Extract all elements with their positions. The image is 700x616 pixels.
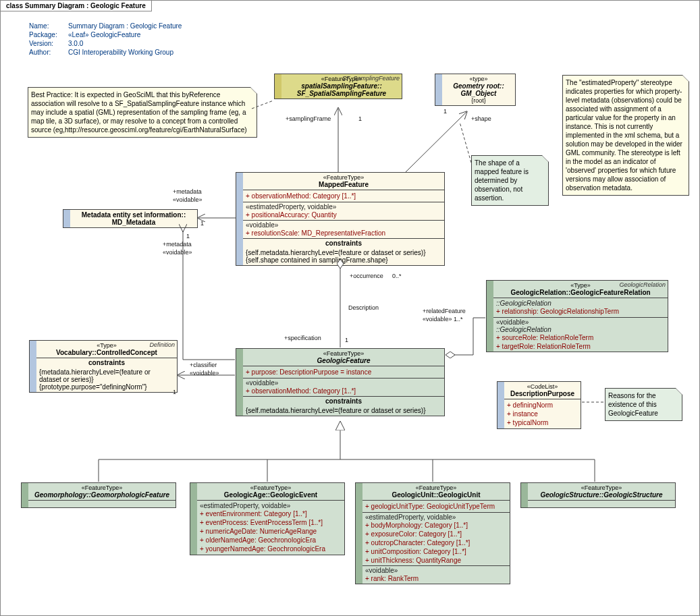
class-geologic-structure: «FeatureType»GeologicStructure::Geologic… <box>520 482 676 508</box>
note-reason: Reasons for the existence of this Geolog… <box>605 388 682 421</box>
diagram-metadata: Name:Summary Diagram : Geologic Feature … <box>28 21 187 57</box>
lbl-metadata-1: +metadata <box>173 188 202 195</box>
frame-title: class Summary Diagram : Geologic Feature <box>1 1 152 11</box>
lbl-metadata-2: +metadata <box>163 241 192 248</box>
class-geologic-feature-relation: GeologicRelation «Type»GeologicRelation:… <box>486 280 668 352</box>
class-md-metadata: Metadata entity set information:: MD_Met… <box>63 209 198 228</box>
lbl-one-4: 1 <box>186 233 190 240</box>
class-geologic-unit: «FeatureType»GeologicUnit::GeologicUnit … <box>355 482 510 584</box>
lbl-occurrence: +occurrence <box>350 273 383 279</box>
class-gm-object: «type»Geometry root:: GM_Object{root} <box>435 74 516 106</box>
note-estimated-property: The "estimatedProperty" stereotype indic… <box>562 75 689 196</box>
lbl-classifier: +classifier <box>190 362 217 368</box>
class-description-purpose: «CodeList»DescriptionPurpose + definingN… <box>497 381 581 429</box>
lbl-voidable-3: «voidable» <box>190 370 219 376</box>
lbl-shape: +shape <box>471 115 491 122</box>
class-mapped-feature: «FeatureType»MappedFeature + observation… <box>236 172 445 266</box>
class-geomorphologic-feature: «FeatureType»Geomorphology::Geomorpholog… <box>21 482 176 508</box>
lbl-voidable-1: «voidable» <box>173 196 203 203</box>
lbl-one-2: 1 <box>443 108 447 115</box>
svg-line-1 <box>406 112 466 172</box>
class-sf-spatial-sampling-feature: SF_SamplingFeature «FeatureType»spatialS… <box>274 74 402 99</box>
note-shape: The shape of a mapped feature is determi… <box>471 155 549 206</box>
lbl-one-1: 1 <box>358 115 362 122</box>
lbl-one-3: 1 <box>200 220 204 227</box>
lbl-voidable-2: «voidable» <box>163 249 192 256</box>
class-geologic-feature: «FeatureType»GeologicFeature + purpose: … <box>236 348 445 416</box>
lbl-sampling-frame: +samplingFrame <box>286 115 331 122</box>
note-best-practice: Best Practice: It is expected in GeoSciM… <box>28 87 257 138</box>
class-geologic-event: «FeatureType»GeologicAge::GeologicEvent … <box>190 482 345 555</box>
lbl-description: Description <box>348 304 379 311</box>
class-controlled-concept: Definition «Type»Vocabulary::ControlledC… <box>29 340 178 393</box>
lbl-one-5: 1 <box>345 337 348 343</box>
lbl-one-6: 1 <box>173 389 176 395</box>
svg-line-3 <box>460 122 471 163</box>
diagram-frame: class Summary Diagram : Geologic Feature… <box>0 0 700 616</box>
lbl-voidable-1star: «voidable» 1..* <box>423 316 463 323</box>
lbl-related-feature: +relatedFeature <box>423 308 466 314</box>
lbl-specification: +specification <box>284 335 321 341</box>
lbl-zero-star: 0..* <box>392 273 402 279</box>
